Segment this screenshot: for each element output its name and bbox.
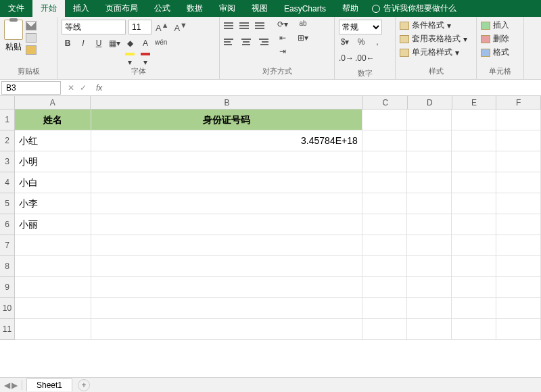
- copy-icon[interactable]: [26, 33, 37, 43]
- cell-B4[interactable]: [91, 172, 362, 193]
- cell-F11[interactable]: [496, 319, 541, 340]
- cell-F9[interactable]: [496, 277, 541, 298]
- row-header-5[interactable]: 5: [0, 193, 15, 214]
- cell-B2[interactable]: 3.45784E+18: [91, 130, 362, 151]
- cell-E7[interactable]: [452, 235, 496, 256]
- cell-E1[interactable]: [452, 109, 496, 130]
- cell-style-button[interactable]: 单元格样式▾: [400, 47, 472, 58]
- format-painter-icon[interactable]: [26, 45, 37, 55]
- row-header-9[interactable]: 9: [0, 277, 15, 298]
- column-header-C[interactable]: C: [363, 96, 408, 109]
- table-format-button[interactable]: 套用表格格式▾: [400, 33, 472, 45]
- row-header-7[interactable]: 7: [0, 235, 15, 256]
- cell-B9[interactable]: [91, 277, 362, 298]
- cell-D6[interactable]: [407, 214, 452, 235]
- tab-home[interactable]: 开始: [32, 0, 65, 17]
- border-button[interactable]: ▦▾: [108, 39, 120, 52]
- cell-D5[interactable]: [407, 193, 452, 214]
- cell-C3[interactable]: [362, 151, 407, 172]
- cell-A5[interactable]: 小李: [15, 193, 91, 214]
- cell-E2[interactable]: [452, 130, 496, 151]
- enter-formula-button[interactable]: ✓: [80, 83, 87, 93]
- italic-button[interactable]: I: [77, 39, 89, 52]
- cell-E5[interactable]: [452, 193, 496, 214]
- insert-cells-button[interactable]: 插入: [481, 20, 519, 31]
- sheet-nav-prev[interactable]: ◀: [4, 381, 10, 390]
- delete-cells-button[interactable]: 删除: [481, 33, 519, 45]
- cell-E9[interactable]: [452, 277, 496, 298]
- formula-input[interactable]: [106, 81, 541, 95]
- paste-icon[interactable]: [4, 20, 23, 40]
- orientation-button[interactable]: ⟳▾: [277, 20, 289, 33]
- align-bottom-button[interactable]: [255, 20, 268, 32]
- cell-D2[interactable]: [407, 130, 452, 151]
- font-color-button[interactable]: A▾: [139, 39, 151, 52]
- column-header-D[interactable]: D: [408, 96, 452, 109]
- cell-B6[interactable]: [91, 214, 362, 235]
- cell-E10[interactable]: [452, 298, 496, 319]
- select-all-corner[interactable]: [0, 96, 15, 109]
- align-top-button[interactable]: [224, 20, 237, 32]
- cell-C9[interactable]: [362, 277, 407, 298]
- percent-button[interactable]: %: [355, 37, 367, 51]
- decrease-font-icon[interactable]: A▼: [172, 21, 188, 33]
- cell-D7[interactable]: [407, 235, 452, 256]
- tab-view[interactable]: 视图: [243, 0, 276, 17]
- cell-C1[interactable]: [362, 109, 407, 130]
- cell-F8[interactable]: [496, 256, 541, 277]
- font-name-select[interactable]: [62, 20, 126, 34]
- cell-F2[interactable]: [496, 130, 541, 151]
- cell-C7[interactable]: [362, 235, 407, 256]
- number-format-select[interactable]: 常规: [339, 20, 382, 34]
- cancel-formula-button[interactable]: ✕: [68, 83, 74, 93]
- cell-B11[interactable]: [91, 319, 362, 340]
- cell-A10[interactable]: [15, 298, 91, 319]
- add-sheet-button[interactable]: +: [78, 379, 90, 391]
- cell-A2[interactable]: 小红: [15, 130, 91, 151]
- cell-C8[interactable]: [362, 256, 407, 277]
- font-size-select[interactable]: [128, 20, 151, 34]
- cell-C4[interactable]: [362, 172, 407, 193]
- sheet-tab-1[interactable]: Sheet1: [26, 378, 72, 391]
- cell-F10[interactable]: [496, 298, 541, 319]
- tab-formulas[interactable]: 公式: [146, 0, 179, 17]
- cell-E3[interactable]: [452, 151, 496, 172]
- column-header-A[interactable]: A: [15, 96, 91, 109]
- indent-right-button[interactable]: ⇥: [277, 47, 289, 60]
- tab-easycharts[interactable]: EasyCharts: [276, 1, 334, 16]
- bold-button[interactable]: B: [62, 39, 74, 52]
- row-header-10[interactable]: 10: [0, 298, 15, 319]
- row-header-3[interactable]: 3: [0, 151, 15, 172]
- cell-D8[interactable]: [407, 256, 452, 277]
- tab-file[interactable]: 文件: [0, 0, 32, 17]
- cell-A4[interactable]: 小白: [15, 172, 91, 193]
- tab-help[interactable]: 帮助: [334, 0, 367, 17]
- row-header-1[interactable]: 1: [0, 109, 15, 130]
- cell-F3[interactable]: [496, 151, 541, 172]
- cell-E4[interactable]: [452, 172, 496, 193]
- cell-B8[interactable]: [91, 256, 362, 277]
- align-left-button[interactable]: [224, 36, 237, 48]
- phonetic-button[interactable]: wén: [155, 39, 167, 52]
- cell-A3[interactable]: 小明: [15, 151, 91, 172]
- tab-page-layout[interactable]: 页面布局: [97, 0, 146, 17]
- tell-me[interactable]: 告诉我你想要做什么: [367, 0, 462, 17]
- cell-A6[interactable]: 小丽: [15, 214, 91, 235]
- cell-D10[interactable]: [407, 298, 452, 319]
- tab-review[interactable]: 审阅: [211, 0, 243, 17]
- cell-C2[interactable]: [362, 130, 407, 151]
- decrease-decimal-button[interactable]: .00←: [355, 53, 367, 67]
- cell-A9[interactable]: [15, 277, 91, 298]
- align-right-button[interactable]: [255, 36, 268, 48]
- increase-font-icon[interactable]: A▲: [154, 21, 170, 33]
- row-header-2[interactable]: 2: [0, 130, 15, 151]
- cell-A1[interactable]: 姓名: [15, 109, 91, 130]
- merge-button[interactable]: ⊞▾: [297, 33, 309, 47]
- cell-D9[interactable]: [407, 277, 452, 298]
- row-header-8[interactable]: 8: [0, 256, 15, 277]
- currency-button[interactable]: $▾: [339, 37, 351, 51]
- tab-data[interactable]: 数据: [179, 0, 211, 17]
- column-header-E[interactable]: E: [452, 96, 497, 109]
- row-header-11[interactable]: 11: [0, 319, 15, 340]
- cell-C11[interactable]: [362, 319, 407, 340]
